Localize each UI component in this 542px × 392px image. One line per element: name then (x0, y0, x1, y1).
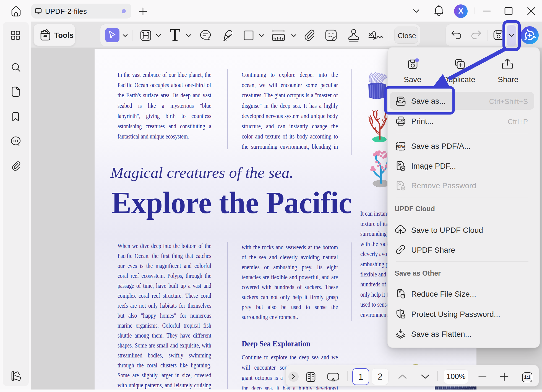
svg-text:PDF/A: PDF/A (396, 145, 405, 148)
